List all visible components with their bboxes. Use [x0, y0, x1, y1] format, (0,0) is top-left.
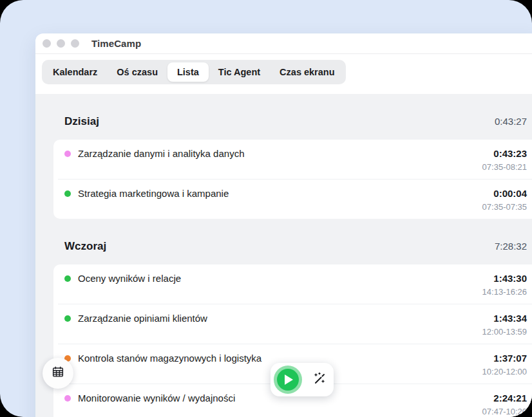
task-duration: 1:37:07 [493, 352, 527, 365]
task-duration: 1:43:34 [493, 312, 527, 325]
tab-lista[interactable]: Lista [167, 62, 209, 82]
magic-wand-icon [310, 370, 327, 389]
task-duration: 0:43:23 [493, 147, 527, 160]
play-icon [277, 369, 299, 391]
task-color-dot [64, 190, 71, 197]
task-time-range: 07:47-10:20 [64, 406, 527, 417]
tab-tic-agent[interactable]: Tic Agent [209, 62, 270, 82]
task-color-dot [64, 275, 71, 282]
task-duration: 0:00:04 [493, 187, 527, 200]
tab-kalendarz[interactable]: Kalendarz [43, 62, 107, 82]
task-color-dot [64, 151, 71, 157]
task-time-range: 12:00-13:59 [64, 326, 527, 338]
task-color-dot [64, 395, 71, 402]
calendar-icon [51, 365, 65, 382]
entries-card-today: Zarządzanie danymi i analityka danych 0:… [53, 140, 532, 219]
task-label: Zarządzanie opiniami klientów [78, 312, 493, 325]
task-color-dot [64, 315, 71, 322]
task-label: Oceny wyników i relacje [78, 272, 493, 285]
window-titlebar: TimeCamp [35, 33, 532, 54]
task-time-range: 14:13-16:26 [64, 286, 527, 298]
magic-wand-button[interactable] [309, 370, 328, 389]
section-total-duration: 7:28:32 [495, 239, 527, 254]
window-close-button[interactable] [43, 39, 51, 48]
segmented-control: Kalendarz Oś czasu Lista Tic Agent Czas … [42, 60, 346, 84]
task-duration: 2:24:21 [493, 392, 527, 405]
section-total-duration: 0:43:27 [495, 115, 527, 129]
task-time-range: 07:35-07:35 [64, 201, 527, 213]
window-minimize-button[interactable] [57, 39, 65, 48]
tab-czas-ekranu[interactable]: Czas ekranu [270, 62, 344, 82]
tab-bar: Kalendarz Oś czasu Lista Tic Agent Czas … [35, 54, 532, 94]
list-item[interactable]: Zarządzanie danymi i analityka danych 0:… [53, 140, 532, 179]
window-title: TimeCamp [91, 38, 141, 49]
calendar-button[interactable] [43, 358, 73, 389]
list-item[interactable]: Strategia marketingowa i kampanie 0:00:0… [53, 180, 532, 219]
task-label: Strategia marketingowa i kampanie [78, 187, 493, 200]
task-duration: 1:43:30 [493, 272, 527, 285]
app-background: TimeCamp Kalendarz Oś czasu Lista Tic Ag… [0, 0, 532, 417]
timer-toolbar [271, 363, 334, 396]
list-item[interactable]: Zarządzanie opiniami klientów 1:43:34 12… [53, 304, 532, 344]
section-title: Wczoraj [64, 239, 106, 254]
list-item[interactable]: Oceny wyników i relacje 1:43:30 14:13-16… [53, 264, 532, 304]
task-time-range: 07:35-08:21 [64, 162, 527, 173]
tab-os-czasu[interactable]: Oś czasu [107, 62, 167, 82]
window-zoom-button[interactable] [71, 39, 79, 48]
section-header-today: Dzisiaj 0:43:27 [35, 94, 532, 140]
task-label: Zarządzanie danymi i analityka danych [78, 147, 493, 160]
section-header-yesterday: Wczoraj 7:28:32 [35, 219, 532, 264]
timecamp-window: TimeCamp Kalendarz Oś czasu Lista Tic Ag… [35, 33, 532, 417]
section-title: Dzisiaj [64, 115, 99, 129]
start-timer-button[interactable] [274, 366, 302, 394]
